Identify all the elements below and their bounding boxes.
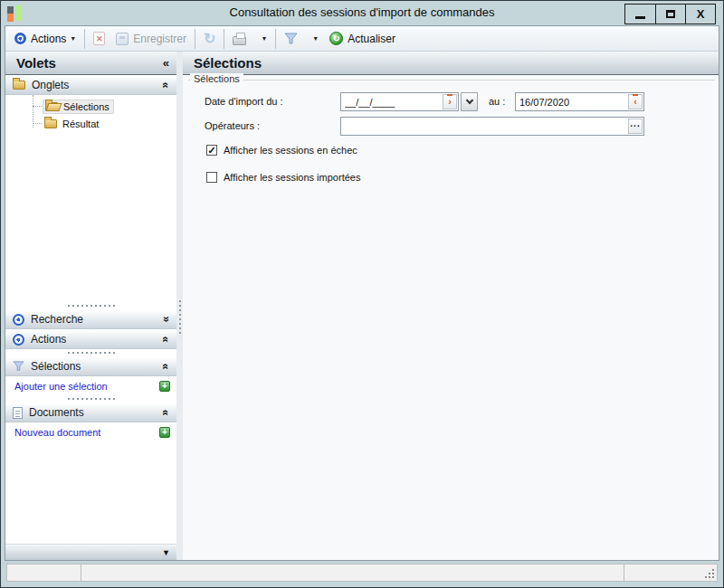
- close-icon: X: [697, 8, 705, 20]
- app-window: Consultation des sessions d'import de co…: [0, 0, 724, 588]
- folder-icon: [13, 81, 25, 90]
- target-icon: [13, 314, 24, 326]
- orange-next-icon: ›: [448, 97, 452, 107]
- checkbox-row-importees: Afficher les sessions importées: [206, 171, 360, 184]
- filter-button[interactable]: [279, 28, 303, 50]
- folder-open-icon: [45, 102, 58, 111]
- checkbox-importees-label: Afficher les sessions importées: [224, 172, 360, 183]
- documents-section-label: Documents: [29, 406, 157, 419]
- actions-section-label: Actions: [31, 333, 157, 346]
- toolbar-separator: [84, 29, 85, 49]
- section-actions[interactable]: Actions «: [5, 330, 176, 349]
- tree-item-label: Sélections: [63, 101, 110, 112]
- filter-icon: [284, 33, 298, 45]
- au-label: au :: [489, 92, 505, 111]
- chevron-up-icon[interactable]: «: [161, 410, 172, 416]
- operators-label: Opérateurs :: [205, 117, 260, 136]
- actualiser-button[interactable]: ↻ Actualiser: [324, 28, 401, 50]
- section-recherche[interactable]: Recherche «: [5, 310, 176, 329]
- section-selections[interactable]: Sélections «: [5, 357, 176, 376]
- sidebar-splitter[interactable]: [5, 302, 176, 309]
- printer-icon: [233, 36, 246, 45]
- folder-icon: [44, 119, 57, 128]
- sidebar-header: Volets «: [5, 52, 176, 75]
- operators-browse-button[interactable]: ...: [628, 119, 643, 134]
- print-button[interactable]: [227, 28, 252, 50]
- date-from-next-button[interactable]: ›: [443, 94, 457, 109]
- window-content: Actions ▼ ✕ Enregistrer ↻ ▼: [5, 25, 719, 561]
- titlebar[interactable]: Consultation des sessions d'import de co…: [1, 1, 723, 25]
- filter-icon: [13, 361, 24, 372]
- target-icon: [13, 334, 24, 346]
- recherche-label: Recherche: [31, 313, 157, 326]
- scroll-down-icon: ▼: [162, 548, 170, 557]
- add-selection-link[interactable]: Ajouter une sélection: [14, 381, 108, 392]
- main-title: Sélections: [194, 55, 262, 71]
- checkbox-echec-label: Afficher les sessions en échec: [224, 145, 357, 156]
- toolbar-separator: [195, 29, 195, 49]
- body: Volets « Onglets « Sélections: [5, 52, 719, 560]
- minimize-icon: [635, 16, 645, 19]
- toolbar-separator: [275, 29, 276, 49]
- add-selection-plus-button[interactable]: +: [159, 381, 170, 392]
- actions-icon: [14, 33, 26, 44]
- delete-button[interactable]: ✕: [88, 28, 110, 50]
- actions-dropdown-icon: ▼: [70, 35, 76, 42]
- groupbox-label: Sélections: [190, 73, 243, 84]
- checkbox-importees[interactable]: [206, 172, 217, 183]
- actualiser-icon: ↻: [329, 32, 343, 45]
- save-button[interactable]: Enregistrer: [110, 28, 192, 50]
- panel-splitter[interactable]: [176, 52, 183, 560]
- filter-dropdown-icon: ▼: [312, 35, 319, 42]
- sidebar: Volets « Onglets « Sélections: [5, 52, 176, 560]
- new-document-link[interactable]: Nouveau document: [14, 427, 100, 438]
- chevron-down-icon[interactable]: «: [161, 317, 172, 323]
- new-document-plus-button[interactable]: +: [159, 427, 170, 438]
- sidebar-filler: [5, 441, 176, 544]
- maximize-button[interactable]: [655, 5, 685, 24]
- tree-item-resultat[interactable]: Résultat: [43, 118, 102, 130]
- sidebar-scroll-down-bar[interactable]: ▼: [5, 544, 176, 560]
- chevron-up-icon[interactable]: «: [161, 364, 172, 370]
- tree-row-resultat[interactable]: Résultat: [5, 115, 176, 132]
- date-from-input[interactable]: [341, 93, 458, 110]
- date-to-prev-button[interactable]: ‹: [628, 94, 643, 109]
- actions-menu-button[interactable]: Actions ▼: [9, 28, 81, 50]
- actions-label: Actions: [31, 33, 66, 45]
- date-from-wrap: ›: [340, 92, 459, 111]
- tree-row-selections[interactable]: Sélections: [5, 98, 176, 115]
- sidebar-splitter[interactable]: [5, 349, 176, 356]
- filter-dropdown-button[interactable]: ▼: [303, 28, 324, 50]
- actualiser-label: Actualiser: [348, 33, 395, 45]
- chevron-up-icon[interactable]: «: [161, 337, 172, 343]
- tree-item-selections[interactable]: Sélections: [43, 100, 114, 114]
- tree-item-label: Résultat: [62, 119, 99, 129]
- date-to-wrap: ‹: [515, 92, 644, 111]
- onglets-tree: Sélections Résultat: [5, 95, 176, 302]
- status-cell-left: [7, 564, 81, 581]
- section-documents[interactable]: Documents «: [5, 403, 176, 422]
- maximize-icon: [666, 10, 675, 18]
- section-onglets[interactable]: Onglets «: [5, 76, 176, 95]
- onglets-label: Onglets: [32, 79, 157, 91]
- chevron-up-icon[interactable]: «: [161, 82, 172, 89]
- print-dropdown-icon: ▼: [261, 35, 267, 42]
- window-title: Consultation des sessions d'import de co…: [1, 5, 723, 19]
- print-dropdown-button[interactable]: ▼: [252, 28, 272, 50]
- sidebar-collapse-button[interactable]: «: [163, 56, 169, 70]
- ellipsis-icon: ...: [630, 124, 640, 128]
- main-panel: Sélections Sélections Date d'import du :…: [183, 52, 719, 560]
- checkbox-echec[interactable]: ✓: [206, 145, 217, 156]
- date-from-dropdown-button[interactable]: [461, 92, 478, 111]
- chevron-down-icon: [465, 97, 472, 104]
- toolbar-separator: [224, 29, 224, 49]
- tree-connector: [33, 106, 42, 107]
- minimize-button[interactable]: [625, 5, 655, 24]
- operators-input[interactable]: [341, 118, 643, 135]
- refresh-button[interactable]: ↻: [198, 28, 221, 50]
- sidebar-splitter[interactable]: [5, 395, 176, 403]
- resize-grip[interactable]: [712, 576, 714, 578]
- date-to-input[interactable]: [516, 93, 643, 110]
- date-import-label: Date d'import du :: [205, 92, 282, 111]
- close-button[interactable]: X: [685, 5, 715, 24]
